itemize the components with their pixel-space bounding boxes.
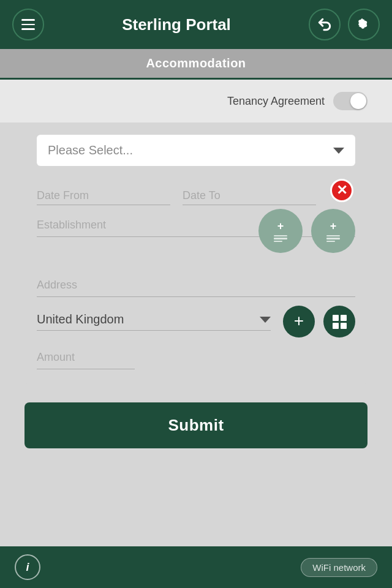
dropdown-chevron-icon	[333, 148, 344, 154]
submit-area: Submit	[0, 402, 392, 448]
amount-input[interactable]	[37, 346, 135, 369]
gear-icon	[356, 17, 372, 32]
page-title: Accommodation	[146, 56, 246, 70]
close-icon: ✕	[330, 179, 353, 202]
date-row: ✕	[37, 177, 355, 205]
tenancy-toggle-row: Tenancy Agreement	[0, 80, 392, 123]
date-from-input[interactable]	[37, 187, 170, 205]
undo-button[interactable]	[309, 9, 341, 40]
form-card: Please Select... ✕ +	[24, 123, 368, 384]
receipt-icon-2: +	[326, 220, 340, 243]
country-row: United Kingdom +	[37, 306, 355, 337]
submit-button[interactable]: Submit	[24, 402, 368, 448]
clear-button[interactable]: ✕	[328, 177, 355, 204]
info-button[interactable]: i	[15, 554, 40, 580]
dropdown-placeholder: Please Select...	[48, 143, 133, 157]
grid-view-button[interactable]	[323, 306, 355, 337]
receipt-icon-1: +	[274, 220, 287, 243]
grid-icon	[333, 315, 347, 329]
address-input[interactable]	[37, 274, 355, 297]
country-chevron-icon	[260, 317, 271, 323]
settings-button[interactable]	[348, 9, 380, 40]
footer: i WiFi network	[0, 546, 392, 588]
date-to-field	[183, 187, 316, 205]
country-value: United Kingdom	[37, 312, 251, 326]
add-receipt-button-2[interactable]: +	[311, 209, 355, 253]
sub-header: Accommodation	[0, 49, 392, 80]
menu-button[interactable]	[12, 9, 44, 40]
action-buttons: +	[283, 306, 355, 337]
type-dropdown[interactable]: Please Select...	[37, 135, 355, 166]
establishment-section: + +	[37, 214, 355, 237]
tenancy-toggle-label: Tenancy Agreement	[227, 95, 325, 108]
wifi-status: WiFi network	[301, 558, 377, 577]
date-from-field	[37, 187, 170, 205]
date-to-input[interactable]	[183, 187, 316, 205]
tenancy-toggle[interactable]	[333, 92, 368, 110]
add-receipt-button-1[interactable]: +	[258, 209, 303, 253]
app-title: Sterling Portal	[122, 15, 231, 34]
info-icon: i	[26, 561, 29, 574]
header: Sterling Portal	[0, 0, 392, 49]
menu-icon	[21, 19, 35, 30]
undo-icon	[317, 17, 333, 32]
add-button[interactable]: +	[283, 306, 315, 337]
country-dropdown[interactable]: United Kingdom	[37, 312, 271, 331]
plus-icon: +	[294, 312, 304, 330]
receipt-buttons: + +	[258, 209, 355, 253]
